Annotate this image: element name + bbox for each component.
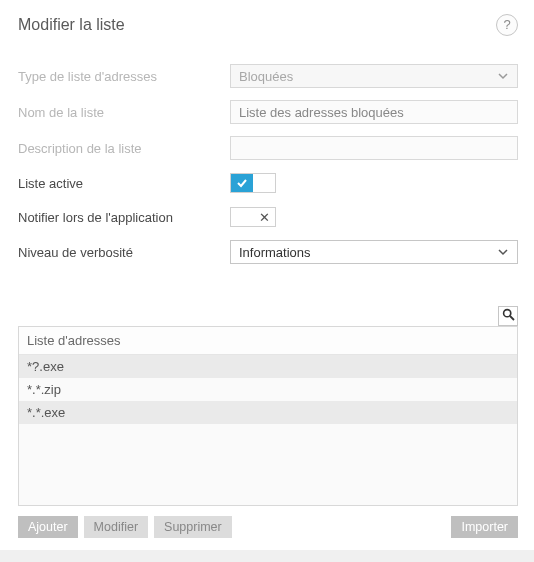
add-button[interactable]: Ajouter [18,516,78,538]
delete-button[interactable]: Supprimer [154,516,232,538]
table-row[interactable]: *.*.zip [19,378,517,401]
table-row[interactable]: *?.exe [19,355,517,378]
input-desc[interactable] [230,136,518,160]
header: Modifier la liste ? [0,0,534,46]
label-name: Nom de la liste [18,105,230,120]
table-header[interactable]: Liste d'adresses [19,326,517,355]
import-button[interactable]: Importer [451,516,518,538]
dialog-title: Modifier la liste [18,16,125,34]
toggle-active[interactable] [230,173,276,193]
body: Type de liste d'adresses Bloquées Nom de… [0,46,534,550]
svg-point-0 [503,310,510,317]
select-type[interactable]: Bloquées [230,64,518,88]
label-notify: Notifier lors de l'application [18,210,230,225]
label-verbosity: Niveau de verbosité [18,245,230,260]
search-icon [502,308,515,324]
table-row[interactable]: *.*.exe [19,401,517,424]
cross-icon: ✕ [253,208,275,226]
search-row [18,306,518,326]
row-type: Type de liste d'adresses Bloquées [18,64,518,88]
select-type-value: Bloquées [239,69,293,84]
label-desc: Description de la liste [18,141,230,156]
row-name: Nom de la liste Liste des adresses bloqu… [18,100,518,124]
label-active: Liste active [18,176,230,191]
address-table: Liste d'adresses *?.exe *.*.zip *.*.exe [18,326,518,506]
select-verbosity[interactable]: Informations [230,240,518,264]
row-verbosity: Niveau de verbosité Informations [18,240,518,264]
chevron-down-icon [497,70,509,82]
row-notify: Notifier lors de l'application ✕ [18,206,518,228]
select-verbosity-value: Informations [239,245,311,260]
check-icon [231,174,253,192]
footer: OK Annuler [0,550,534,562]
input-name[interactable]: Liste des adresses bloquées [230,100,518,124]
row-active: Liste active [18,172,518,194]
edit-button[interactable]: Modifier [84,516,148,538]
row-desc: Description de la liste [18,136,518,160]
svg-line-1 [510,316,514,320]
dialog: Modifier la liste ? Type de liste d'adre… [0,0,534,562]
input-name-value: Liste des adresses bloquées [239,105,404,120]
toggle-notify[interactable]: ✕ [230,207,276,227]
chevron-down-icon [497,246,509,258]
label-type: Type de liste d'adresses [18,69,230,84]
help-button[interactable]: ? [496,14,518,36]
action-row: Ajouter Modifier Supprimer Importer [18,516,518,538]
search-button[interactable] [498,306,518,326]
